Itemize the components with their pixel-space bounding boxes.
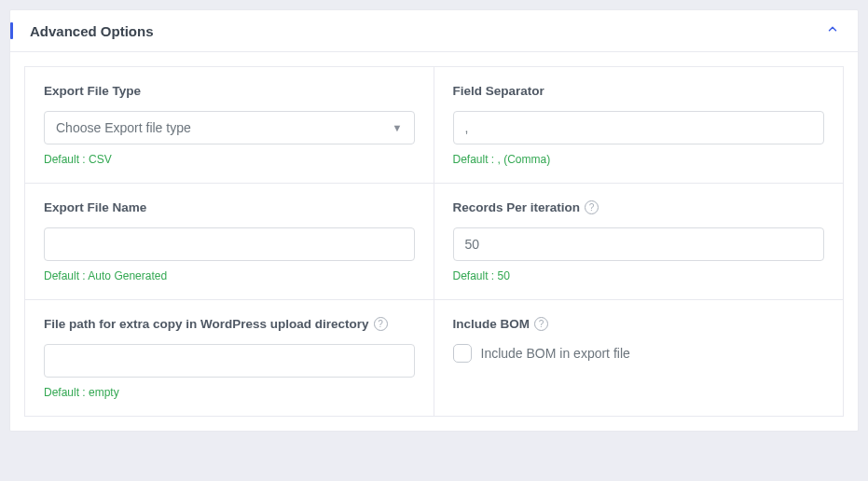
options-grid: Export File Type Choose Export file type… <box>24 66 844 417</box>
panel-title: Advanced Options <box>30 23 154 39</box>
file-path-label-text: File path for extra copy in WordPress up… <box>44 317 369 331</box>
advanced-options-panel: Advanced Options Export File Type Choose… <box>9 9 859 432</box>
file-path-input[interactable] <box>44 344 415 378</box>
records-per-iteration-default: Default : 50 <box>453 269 825 282</box>
export-file-type-default: Default : CSV <box>44 153 415 166</box>
export-file-type-placeholder: Choose Export file type <box>56 120 191 135</box>
help-icon[interactable]: ? <box>585 200 599 214</box>
include-bom-checkbox-label: Include BOM in export file <box>481 346 630 361</box>
records-per-iteration-label: Records Per iteration ? <box>453 200 825 214</box>
file-path-label: File path for extra copy in WordPress up… <box>44 317 415 331</box>
caret-down-icon: ▼ <box>393 122 403 133</box>
records-per-iteration-input[interactable] <box>453 227 825 261</box>
include-bom-cell: Include BOM ? Include BOM in export file <box>434 300 844 416</box>
include-bom-label: Include BOM ? <box>453 317 825 331</box>
chevron-up-icon[interactable] <box>826 22 839 39</box>
help-icon[interactable]: ? <box>534 317 548 331</box>
export-file-type-cell: Export File Type Choose Export file type… <box>25 67 434 184</box>
field-separator-cell: Field Separator Default : , (Comma) <box>434 67 844 184</box>
export-file-name-default: Default : Auto Generated <box>44 269 415 282</box>
file-path-default: Default : empty <box>44 386 415 399</box>
include-bom-label-text: Include BOM <box>453 317 530 331</box>
field-separator-default: Default : , (Comma) <box>453 153 825 166</box>
include-bom-checkbox-row: Include BOM in export file <box>453 344 825 363</box>
file-path-cell: File path for extra copy in WordPress up… <box>25 300 434 416</box>
export-file-name-label: Export File Name <box>44 200 415 214</box>
field-separator-label: Field Separator <box>453 84 825 98</box>
panel-header[interactable]: Advanced Options <box>10 10 858 52</box>
export-file-name-cell: Export File Name Default : Auto Generate… <box>25 184 434 300</box>
help-icon[interactable]: ? <box>374 317 388 331</box>
accent-bar <box>10 22 13 39</box>
field-separator-input[interactable] <box>453 111 825 144</box>
include-bom-checkbox[interactable] <box>453 344 472 363</box>
records-per-iteration-label-text: Records Per iteration <box>453 200 581 214</box>
export-file-type-select[interactable]: Choose Export file type ▼ <box>44 111 415 144</box>
export-file-type-label: Export File Type <box>44 84 415 98</box>
panel-header-left: Advanced Options <box>10 22 154 39</box>
export-file-name-input[interactable] <box>44 227 415 261</box>
panel-body: Export File Type Choose Export file type… <box>10 52 858 431</box>
records-per-iteration-cell: Records Per iteration ? Default : 50 <box>434 184 844 300</box>
